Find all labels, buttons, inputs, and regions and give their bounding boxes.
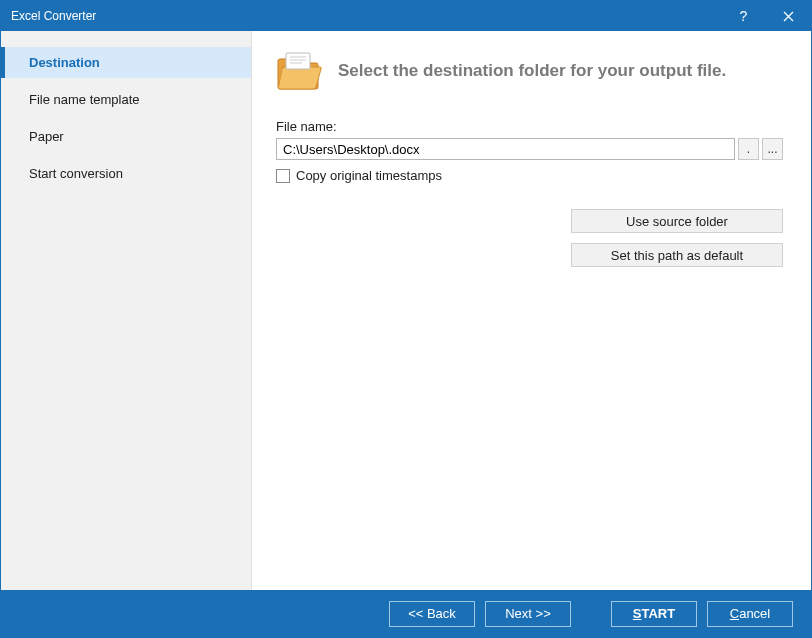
sidebar-item-destination[interactable]: Destination (1, 47, 251, 78)
back-button[interactable]: << Back (389, 601, 475, 627)
window-title: Excel Converter (11, 9, 721, 23)
start-button-rest: TART (641, 606, 675, 621)
sidebar-item-file-name-template[interactable]: File name template (1, 84, 251, 115)
sidebar-item-label: Paper (29, 129, 64, 144)
svg-rect-2 (286, 53, 310, 69)
close-icon (783, 11, 794, 22)
start-button[interactable]: START (611, 601, 697, 627)
cancel-button[interactable]: Cancel (707, 601, 793, 627)
sidebar-item-label: Start conversion (29, 166, 123, 181)
cancel-button-accel: C (730, 606, 739, 621)
file-name-label: File name: (276, 119, 783, 134)
main-panel: Select the destination folder for your o… (252, 31, 811, 590)
sidebar-item-label: File name template (29, 92, 140, 107)
page-title: Select the destination folder for your o… (338, 61, 726, 81)
wizard-steps-sidebar: Destination File name template Paper Sta… (1, 31, 252, 590)
copy-timestamps-checkbox[interactable] (276, 169, 290, 183)
help-button[interactable]: ? (721, 1, 766, 31)
use-source-folder-button[interactable]: Use source folder (571, 209, 783, 233)
page-header: Select the destination folder for your o… (276, 51, 783, 91)
sidebar-item-label: Destination (29, 55, 100, 70)
insert-macros-button[interactable]: . (738, 138, 759, 160)
next-button[interactable]: Next >> (485, 601, 571, 627)
wizard-footer: << Back Next >> START Cancel (1, 590, 811, 637)
browse-button[interactable]: ... (762, 138, 783, 160)
sidebar-item-start-conversion[interactable]: Start conversion (1, 158, 251, 189)
titlebar: Excel Converter ? (1, 1, 811, 31)
copy-timestamps-row[interactable]: Copy original timestamps (276, 168, 783, 183)
start-button-accel: S (633, 606, 642, 621)
copy-timestamps-label: Copy original timestamps (296, 168, 442, 183)
folder-icon (276, 51, 324, 91)
set-path-default-button[interactable]: Set this path as default (571, 243, 783, 267)
file-name-input[interactable] (276, 138, 735, 160)
close-button[interactable] (766, 1, 811, 31)
sidebar-item-paper[interactable]: Paper (1, 121, 251, 152)
cancel-button-rest: ancel (739, 606, 770, 621)
